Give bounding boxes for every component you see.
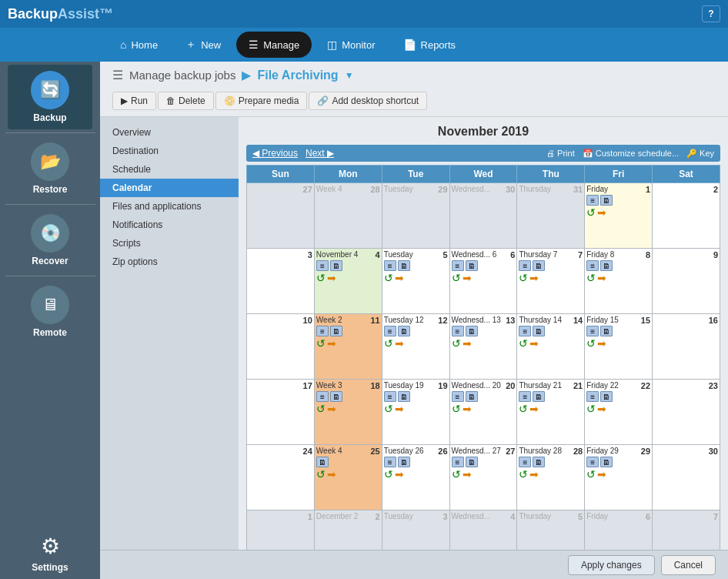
warning-icon: ➡ (463, 272, 472, 284)
sidebar-divider-1 (5, 132, 95, 133)
subnav-schedule[interactable]: Schedule (100, 160, 239, 179)
tab-new[interactable]: ＋ New (173, 32, 233, 58)
sidebar-item-recover[interactable]: 💿 Recover (8, 208, 92, 273)
success-icon: ↺ (586, 337, 596, 350)
day-label: Tuesday 19 (384, 381, 424, 390)
date-number: 17 (303, 381, 312, 390)
date-number: 5 (578, 512, 583, 521)
table-row: Wednesd... 2727≡🗎↺➡ (449, 445, 517, 510)
nav-tabs: ⌂ Home ＋ New ☰ Manage ◫ Monitor 📄 Report… (0, 28, 728, 62)
table-row: Tuesday 2626≡🗎↺➡ (382, 445, 449, 510)
restore-icon: 📂 (31, 142, 69, 181)
cal-header-wed: Wed (449, 166, 517, 183)
help-button[interactable]: ? (702, 5, 720, 22)
run-button[interactable]: ▶ Run (112, 92, 156, 110)
warning-icon: ➡ (529, 272, 539, 284)
table-row: 7 (653, 510, 720, 551)
tab-monitor[interactable]: ◫ Monitor (315, 32, 387, 58)
reports-icon: 📄 (403, 38, 416, 51)
day-label: Thursday (519, 512, 551, 521)
date-number: 29 (438, 185, 447, 194)
subnav-files[interactable]: Files and applications (100, 197, 239, 216)
cal-header-thu: Thu (517, 166, 585, 183)
sidebar-item-settings[interactable]: ⚙ Settings (8, 527, 92, 579)
cancel-button[interactable]: Cancel (661, 555, 716, 575)
success-icon: ↺ (316, 403, 326, 415)
backup-file-icon: ≡ (586, 195, 599, 206)
date-number: 2 (376, 512, 380, 521)
backup-file-icon: ≡ (316, 326, 329, 336)
print-button[interactable]: 🖨 Print (546, 149, 575, 159)
subnav-scripts[interactable]: Scripts (100, 234, 239, 253)
breadcrumb-dropdown[interactable]: ▼ (345, 70, 354, 81)
backup-icon: 🔄 (31, 71, 69, 109)
sidebar-item-remote[interactable]: 🖥 Remote (8, 279, 92, 344)
date-number: 10 (303, 316, 312, 325)
sidebar-divider-3 (5, 276, 95, 276)
next-button[interactable]: Next ▶ (306, 148, 334, 159)
calendar-table: Sun Mon Tue Wed Thu Fri Sat 27Week 428Tu… (246, 165, 720, 550)
backup-file-icon2: 🗎 (398, 326, 410, 336)
table-row: 16 (653, 314, 720, 380)
breadcrumb: ☰ Manage backup jobs ▶ File Archiving ▼ (112, 68, 716, 82)
success-icon: ↺ (452, 468, 461, 480)
cal-header-sun: Sun (247, 166, 315, 183)
day-label: Tuesday (384, 185, 413, 194)
sidebar-item-backup[interactable]: 🔄 Backup (8, 65, 92, 129)
delete-button[interactable]: 🗑 Delete (158, 92, 214, 110)
date-number: 6 (510, 250, 515, 259)
tab-home[interactable]: ⌂ Home (108, 32, 170, 58)
bottom-bar: Apply changes Cancel (100, 550, 728, 579)
table-row: 30 (653, 445, 720, 510)
date-number: 4 (510, 512, 515, 521)
backup-file-icon: ≡ (519, 391, 531, 402)
week-label: Week 3 (316, 381, 342, 390)
week-label: Week 2 (316, 316, 342, 325)
date-number: 26 (438, 447, 447, 456)
tab-manage[interactable]: ☰ Manage (236, 32, 312, 58)
success-icon: ↺ (384, 403, 393, 415)
prepare-icon: 📀 (224, 95, 235, 106)
day-label: Wednesd... 27 (452, 447, 501, 456)
subnav-zip[interactable]: Zip options (100, 253, 239, 271)
sidebar-item-restore[interactable]: 📂 Restore (8, 136, 92, 201)
apply-button[interactable]: Apply changes (568, 555, 655, 575)
manage-icon: ☰ (249, 38, 259, 51)
warning-icon: ➡ (327, 272, 336, 284)
prepare-media-button[interactable]: 📀 Prepare media (215, 92, 308, 110)
table-row: Week 428 (314, 183, 382, 249)
subnav-destination[interactable]: Destination (100, 142, 239, 160)
day-label: Wednesd... (452, 185, 490, 194)
warning-icon: ➡ (395, 272, 404, 284)
table-row: Week 318≡🗎↺➡ (314, 380, 382, 445)
subnav-overview[interactable]: Overview (100, 123, 239, 142)
success-icon: ↺ (519, 468, 528, 480)
date-number: 28 (573, 447, 583, 456)
warning-icon: ➡ (597, 272, 606, 284)
backup-file-icon2: 🗎 (533, 326, 545, 336)
backup-file-icon: ≡ (519, 457, 531, 467)
table-row: Wednesd... 2020≡🗎↺➡ (449, 380, 517, 445)
shortcut-icon: 🔗 (317, 95, 329, 106)
warning-icon: ➡ (529, 468, 539, 480)
success-icon: ↺ (452, 403, 461, 415)
backup-file-icon: ≡ (586, 260, 599, 271)
date-number: 3 (308, 250, 312, 259)
shortcut-button[interactable]: 🔗 Add desktop shortcut (309, 92, 427, 110)
customize-button[interactable]: 📅 Customize schedule... (583, 149, 679, 159)
date-number: 2 (713, 185, 718, 194)
success-icon: ↺ (384, 337, 393, 350)
subnav-calendar[interactable]: Calendar (100, 179, 239, 197)
key-button[interactable]: 🔑 Key (686, 149, 714, 159)
prev-button[interactable]: ◀ Previous (252, 148, 298, 159)
subnav-notifications[interactable]: Notifications (100, 216, 239, 234)
table-row: Tuesday3 (382, 510, 449, 551)
warning-icon: ➡ (327, 468, 336, 480)
backup-file-icon: ≡ (519, 260, 531, 271)
sidebar-icons: 🔄 Backup 📂 Restore 💿 Recover 🖥 Remote ⚙ … (0, 62, 100, 579)
day-label: Wednesd... 20 (452, 381, 501, 390)
day-label: Friday 29 (586, 447, 619, 456)
table-row: Thursday 2121≡🗎↺➡ (517, 380, 585, 445)
tab-reports[interactable]: 📄 Reports (391, 32, 469, 58)
table-row: Friday 1515≡🗎↺➡ (585, 314, 653, 380)
